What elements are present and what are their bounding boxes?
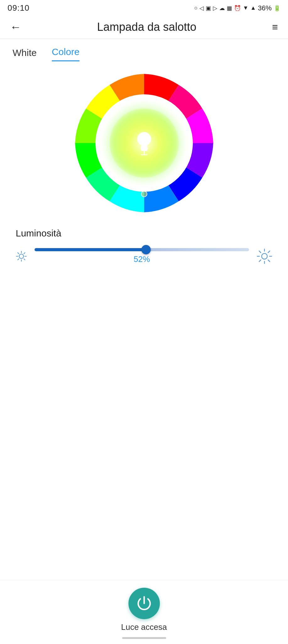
svg-line-25 <box>268 251 270 253</box>
brightness-slider-row: 52% <box>16 248 272 264</box>
brightness-slider-track[interactable] <box>35 248 249 251</box>
page-title: Lampada da salotto <box>21 20 272 34</box>
brightness-min-icon <box>16 251 27 262</box>
menu-button[interactable]: ≡ <box>272 22 278 32</box>
svg-point-9 <box>19 254 24 258</box>
status-icons: ○ ◁ ▣ ▷ ☁ ▦ ⏰ ▼ ▲ 36% 🔋 <box>194 4 280 12</box>
play-icon: ▷ <box>213 5 217 12</box>
svg-point-18 <box>262 253 267 259</box>
svg-line-15 <box>24 259 25 260</box>
svg-point-3 <box>137 132 151 146</box>
svg-rect-4 <box>141 145 147 148</box>
bulb-icon <box>132 129 157 157</box>
header: ← Lampada da salotto ≡ <box>0 15 288 39</box>
svg-line-16 <box>24 253 25 254</box>
circle-icon: ○ <box>194 5 198 11</box>
cloud-icon: ☁ <box>219 5 225 12</box>
brightness-max-icon <box>257 248 272 264</box>
color-selector-dot[interactable] <box>141 191 147 197</box>
svg-line-17 <box>18 259 19 260</box>
power-button[interactable] <box>128 588 160 619</box>
svg-line-23 <box>259 251 261 253</box>
svg-line-26 <box>259 260 261 262</box>
luminosity-label: Luminosità <box>16 228 272 239</box>
svg-line-14 <box>18 253 19 254</box>
color-wheel-wrapper[interactable] <box>72 71 216 215</box>
wifi-icon: ▼ <box>243 5 248 11</box>
home-indicator <box>122 637 166 639</box>
svg-rect-6 <box>141 149 147 151</box>
status-time: 09:10 <box>8 3 30 13</box>
brightness-slider-container: 52% <box>35 248 249 264</box>
signal-icon: ▲ <box>250 5 256 11</box>
brightness-value: 52% <box>133 254 150 264</box>
alarm-icon: ⏰ <box>234 5 241 12</box>
location-icon: ◁ <box>199 5 204 12</box>
battery-icon: 🔋 <box>274 5 280 12</box>
battery-level: 36% <box>258 4 272 12</box>
power-label: Luce accesa <box>121 622 167 632</box>
brightness-slider-thumb[interactable] <box>141 245 151 254</box>
tab-bar: White Colore <box>0 39 288 61</box>
back-button[interactable]: ← <box>10 21 21 33</box>
tab-colore[interactable]: Colore <box>52 47 79 61</box>
calendar-icon: ▦ <box>227 5 232 12</box>
tab-white[interactable]: White <box>13 47 37 61</box>
luminosity-section: Luminosità 52% <box>0 222 288 274</box>
status-bar: 09:10 ○ ◁ ▣ ▷ ☁ ▦ ⏰ ▼ ▲ 36% 🔋 <box>0 0 288 15</box>
svg-line-24 <box>268 260 270 262</box>
image-icon: ▣ <box>206 5 211 12</box>
bottom-section: Luce accesa <box>0 580 288 644</box>
color-wheel-container <box>0 71 288 215</box>
bulb-center <box>132 129 157 157</box>
